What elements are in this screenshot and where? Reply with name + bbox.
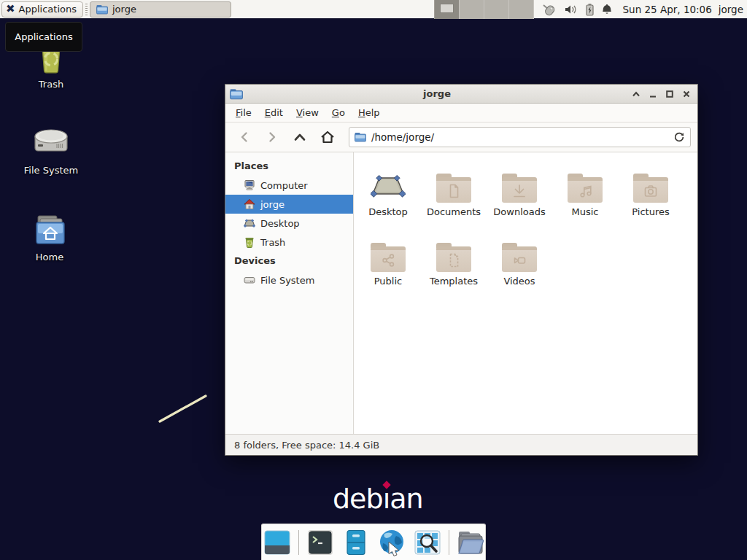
window-titlebar[interactable]: jorge <box>225 85 697 104</box>
applications-tooltip: Applications <box>5 22 82 52</box>
desktop-icon <box>371 171 406 203</box>
mouse-icon[interactable] <box>541 3 557 16</box>
web-browser-icon[interactable] <box>377 528 406 557</box>
sidebar-header-places: Places <box>225 157 353 176</box>
shade-button[interactable] <box>631 89 641 99</box>
sidebar: Places Computer <box>225 152 354 434</box>
folder-icon <box>96 4 108 15</box>
sidebar-item-label: Computer <box>260 180 308 191</box>
sidebar-header-devices: Devices <box>225 252 353 271</box>
folder-videos-icon <box>511 252 528 269</box>
desktop-icon-file-system[interactable]: File System <box>18 126 85 176</box>
home-icon <box>244 198 255 210</box>
file-label: Desktop <box>368 206 408 217</box>
file-item-public[interactable]: Public <box>355 230 421 295</box>
refresh-icon[interactable] <box>673 131 685 143</box>
show-desktop-icon[interactable] <box>263 528 292 557</box>
drive-icon <box>31 126 71 160</box>
folder-public-icon <box>379 252 397 269</box>
home-button[interactable] <box>315 126 340 148</box>
desktop-icon-label: Trash <box>39 79 63 90</box>
sidebar-item-file-system[interactable]: File System <box>225 271 353 289</box>
dock-separator <box>298 530 299 555</box>
workspace-3[interactable] <box>484 0 509 19</box>
sidebar-item-label: Desktop <box>260 218 300 229</box>
terminal-icon[interactable] <box>306 528 335 557</box>
status-text: 8 folders, Free space: 14.4 GiB <box>234 440 379 451</box>
folder-documents-icon <box>445 182 462 200</box>
sidebar-item-desktop[interactable]: Desktop <box>225 214 353 233</box>
folder-icon[interactable] <box>456 528 485 557</box>
file-item-videos[interactable]: Videos <box>487 230 552 295</box>
taskbar-window-label: jorge <box>112 4 136 15</box>
workspace-2[interactable] <box>460 0 484 19</box>
file-label: Public <box>374 276 402 287</box>
file-item-documents[interactable]: Documents <box>421 160 487 226</box>
path-text[interactable]: /home/jorge/ <box>371 131 668 143</box>
tooltip-text: Applications <box>15 31 72 42</box>
desktop-icon-home[interactable]: Home <box>16 213 83 262</box>
folder-templates-icon <box>445 252 462 269</box>
file-cabinet-icon[interactable] <box>341 528 371 557</box>
sidebar-item-label: jorge <box>260 199 285 210</box>
panel-username[interactable]: jorge <box>719 4 743 15</box>
menu-edit[interactable]: Edit <box>258 104 290 122</box>
up-button[interactable] <box>287 126 312 148</box>
desktop-icon <box>244 217 255 229</box>
sidebar-item-label: Trash <box>260 237 285 248</box>
menubar: File Edit View Go Help <box>225 104 697 122</box>
minimize-button[interactable] <box>648 89 658 99</box>
file-label: Templates <box>430 276 478 287</box>
menu-view[interactable]: View <box>290 104 325 122</box>
menu-file[interactable]: File <box>229 104 258 122</box>
folder-icon <box>230 88 243 100</box>
desktop-icon-label: File System <box>24 165 78 176</box>
folder-music-icon <box>576 182 594 200</box>
sidebar-item-jorge[interactable]: jorge <box>225 195 353 214</box>
file-item-desktop[interactable]: Desktop <box>355 160 421 226</box>
sidebar-item-trash[interactable]: Trash <box>225 233 353 252</box>
applications-menu-label: Applications <box>19 4 77 15</box>
volume-icon[interactable] <box>564 4 578 15</box>
window-title: jorge <box>243 88 631 99</box>
applications-menu-button[interactable]: ✖ Applications <box>1 1 83 18</box>
forward-button[interactable] <box>260 126 285 148</box>
panel-grip[interactable] <box>85 4 88 15</box>
sidebar-item-computer[interactable]: Computer <box>225 176 353 195</box>
top-panel: ✖ Applications jorge <box>0 0 747 19</box>
file-item-music[interactable]: Music <box>552 160 618 226</box>
file-label: Music <box>572 206 599 217</box>
taskbar-window-button[interactable]: jorge <box>90 1 231 18</box>
workspace-1[interactable] <box>435 0 460 19</box>
file-label: Documents <box>427 206 481 217</box>
home-folder-icon <box>31 213 69 246</box>
back-button[interactable] <box>232 126 257 148</box>
close-button[interactable] <box>681 89 692 99</box>
file-label: Pictures <box>632 206 669 217</box>
menu-help[interactable]: Help <box>352 104 387 122</box>
desktop: ✖ Applications jorge <box>0 0 747 560</box>
panel-clock[interactable]: Sun 25 Apr, 10:06 <box>623 4 712 15</box>
system-tray <box>541 3 613 16</box>
trash-icon <box>244 236 255 248</box>
maximize-button[interactable] <box>665 89 675 99</box>
file-manager-window: jorge File Edit View Go Help <box>225 84 698 456</box>
path-bar[interactable]: /home/jorge/ <box>349 127 691 147</box>
file-item-pictures[interactable]: Pictures <box>618 160 684 226</box>
status-bar: 8 folders, Free space: 14.4 GiB <box>225 434 697 455</box>
file-label: Videos <box>503 276 535 287</box>
app-finder-icon[interactable] <box>413 528 442 557</box>
file-item-downloads[interactable]: Downloads <box>487 160 552 226</box>
computer-icon <box>244 179 255 191</box>
file-label: Downloads <box>493 206 545 217</box>
battery-icon[interactable] <box>585 3 595 16</box>
bell-icon[interactable] <box>601 3 613 15</box>
debian-wordmark: debıan <box>333 483 423 515</box>
menu-go[interactable]: Go <box>325 104 352 122</box>
workspace-4[interactable] <box>509 0 534 19</box>
xfce-logo-icon: ✖ <box>6 4 15 15</box>
stray-line-artifact <box>155 391 213 427</box>
file-item-templates[interactable]: Templates <box>421 230 487 295</box>
desktop-icon-label: Home <box>36 252 63 262</box>
file-list: Desktop Documents <box>354 152 697 434</box>
